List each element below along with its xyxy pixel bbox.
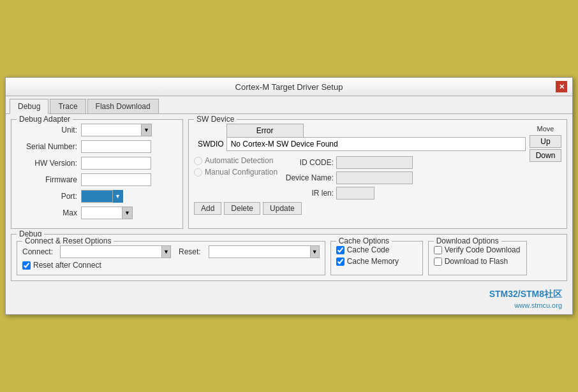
reset-after-row: Reset after Connect [22,261,320,270]
sw-area: Error SWDIO No Cortex-M SW Device Found [194,124,561,215]
main-window: Cortex-M Target Driver Setup ✕ Debug Tra… [5,77,573,315]
tab-flash-download[interactable]: Flash Download [87,99,159,113]
main-content: Debug Adapter Unit: ST-LINK/V2 ▼ Serial … [6,114,572,314]
watermark-area: STM32/STM8社区 www.stmcu.org [11,286,567,309]
manual-config-radio[interactable] [194,168,202,177]
down-button[interactable]: Down [530,149,561,162]
reset-label: Reset: [179,247,201,256]
update-button[interactable]: Update [263,202,302,215]
hw-label: HW Version: [17,159,77,168]
download-flash-label: Download to Flash [445,257,508,266]
sw-buttons: Add Delete Update [194,202,526,215]
auto-detection-row: Automatic Detection [194,156,278,165]
connect-select-wrapper: under Reset ▼ [60,245,171,258]
max-dropdown-arrow[interactable]: ▼ [122,207,133,219]
sw-table: Error SWDIO No Cortex-M SW Device Found [194,124,526,151]
max-input[interactable]: 1MHz [81,207,122,219]
close-button[interactable]: ✕ [556,81,567,92]
radio-id-section: Automatic Detection Manual Configuration… [194,156,526,200]
cache-code-checkbox[interactable] [336,246,345,254]
manual-config-row: Manual Configuration [194,168,278,177]
verify-checkbox[interactable] [434,246,442,254]
id-code-row: ID CODE: [283,156,526,169]
max-select-wrapper: 1MHz ▼ [81,207,133,219]
debug-inner: Connect & Reset Options Connect: under R… [17,241,561,275]
tab-debug[interactable]: Debug [10,99,48,114]
connect-label: Connect: [22,247,57,256]
device-name-row: Device Name: [283,171,526,184]
device-name-input[interactable] [336,171,413,184]
cache-code-row: Cache Code [336,245,417,254]
sw-device-group: SW Device Error [188,119,567,229]
auto-detection-label: Automatic Detection [205,156,273,165]
connect-reset-label: Connect & Reset Options [22,236,114,245]
connect-dropdown-arrow[interactable]: ▼ [162,245,171,258]
auto-detection-radio[interactable] [194,157,202,165]
ir-len-input[interactable] [336,187,374,200]
download-options-label: Download Options [434,236,501,245]
debug-section: Debug Connect & Reset Options Connect: u… [11,234,567,281]
port-input[interactable]: SW [81,190,113,203]
debug-adapter-label: Debug Adapter [17,115,73,124]
no-device-msg: No Cortex-M SW Device Found [226,138,525,151]
port-dropdown-arrow[interactable]: ▼ [113,190,123,203]
title-bar: Cortex-M Target Driver Setup ✕ [6,78,572,96]
ir-len-label: IR len: [283,189,334,198]
max-row: Max 1MHz ▼ [17,207,177,219]
reset-select[interactable]: Autodetect [209,245,311,258]
device-name-label: Device Name: [283,173,334,182]
window-title: Cortex-M Target Driver Setup [22,82,556,92]
manual-config-label: Manual Configuration [205,168,278,177]
hw-input[interactable]: V2 [81,157,151,170]
sw-device-row: SWDIO No Cortex-M SW Device Found [194,138,526,151]
cache-memory-row: Cache Memory [336,257,417,266]
port-row: Port: SW ▼ [17,190,177,203]
reset-select-wrapper: Autodetect ▼ [209,245,320,258]
sw-device-label: SW Device [194,115,237,124]
firmware-row: Firmware V2J23S9 [17,173,177,186]
connect-reset-box: Connect & Reset Options Connect: under R… [17,241,325,275]
hw-row: HW Version: V2 [17,157,177,170]
id-code-input[interactable] [336,156,413,169]
sw-table-error-header: Error [226,124,303,138]
radio-section: Automatic Detection Manual Configuration [194,156,278,200]
connect-select[interactable]: under Reset [60,245,162,258]
verify-row: Verify Code Download [434,245,521,254]
port-select-wrapper: SW ▼ [81,190,123,203]
unit-label: Unit: [17,126,77,134]
sw-move-buttons: Move Up Down [530,124,561,215]
max-label: Max [17,208,77,217]
unit-input[interactable]: ST-LINK/V2 [81,124,142,136]
unit-select-wrapper: ST-LINK/V2 ▼ [81,124,152,136]
cache-memory-label: Cache Memory [347,257,399,266]
download-flash-checkbox[interactable] [434,258,442,266]
watermark-line1: STM32/STM8社区 [11,286,567,301]
firmware-input[interactable]: V2J23S9 [81,173,151,186]
add-button[interactable]: Add [194,202,221,215]
id-code-label: ID CODE: [283,158,334,167]
tab-trace[interactable]: Trace [50,99,85,113]
serial-row: Serial Number: N/A [17,140,177,153]
download-flash-row: Download to Flash [434,257,521,266]
debug-adapter-group: Debug Adapter Unit: ST-LINK/V2 ▼ Serial … [11,119,183,229]
unit-dropdown-arrow[interactable]: ▼ [142,124,152,136]
tab-bar: Debug Trace Flash Download [6,96,572,114]
reset-dropdown-arrow[interactable]: ▼ [311,245,320,258]
connect-row: Connect: under Reset ▼ Reset: Autodetect… [22,245,320,258]
delete-button[interactable]: Delete [224,202,260,215]
firmware-label: Firmware [17,175,77,184]
download-options-box: Download Options Verify Code Download Do… [428,241,527,275]
reset-after-label: Reset after Connect [33,261,101,270]
serial-input[interactable]: N/A [81,140,151,153]
cache-options-label: Cache Options [336,236,392,245]
unit-row: Unit: ST-LINK/V2 ▼ [17,124,177,136]
cache-options-box: Cache Options Cache Code Cache Memory [330,241,423,275]
sw-table-area: Error SWDIO No Cortex-M SW Device Found [194,124,526,215]
cache-memory-checkbox[interactable] [336,258,345,266]
port-label: Port: [17,192,77,201]
top-row: Debug Adapter Unit: ST-LINK/V2 ▼ Serial … [11,119,567,229]
move-label: Move [530,125,561,133]
reset-after-checkbox[interactable] [22,261,31,270]
up-button[interactable]: Up [530,135,561,148]
serial-label: Serial Number: [17,142,77,151]
